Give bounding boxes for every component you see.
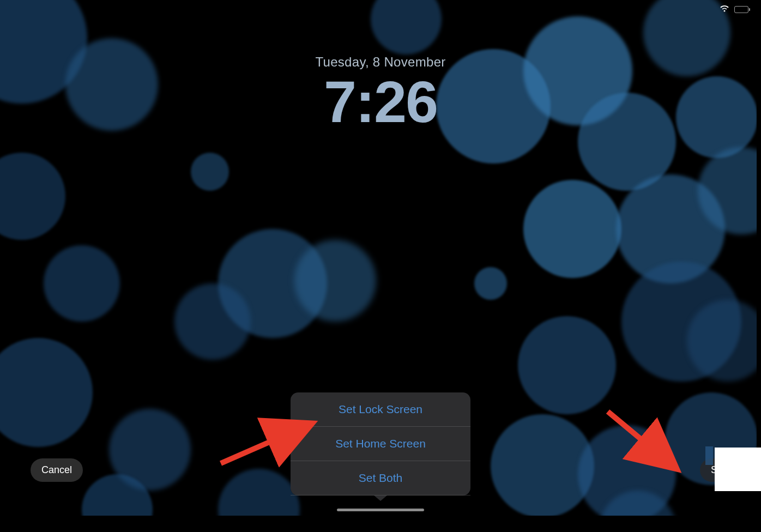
frame-right [757,11,761,516]
svg-line-5 [608,412,673,466]
status-bar [719,4,750,15]
annotation-arrow-right [602,406,690,477]
white-overlay-box [715,448,761,491]
menu-caret-icon [374,495,387,501]
cancel-button[interactable]: Cancel [31,458,83,482]
lock-screen-clock: Tuesday, 8 November 7:26 [315,55,445,131]
svg-rect-0 [705,446,713,465]
wifi-icon [719,4,730,15]
frame-bottom [0,516,761,532]
annotation-arrow-left [215,409,324,469]
battery-icon [734,6,750,13]
time-label: 7:26 [315,72,445,131]
home-indicator[interactable] [337,509,424,511]
svg-line-3 [221,425,308,463]
date-label: Tuesday, 8 November [315,55,445,70]
